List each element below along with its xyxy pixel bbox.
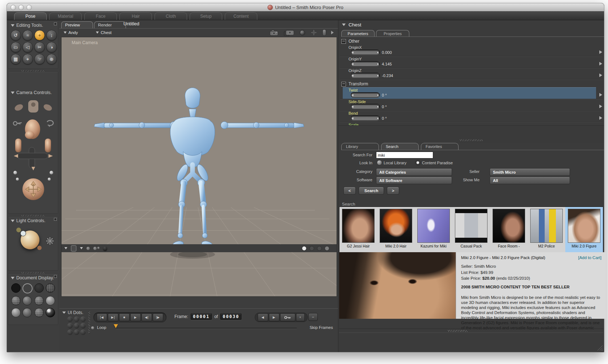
- display-silhouette-icon[interactable]: [11, 283, 21, 293]
- trackball-icon[interactable]: [300, 30, 305, 35]
- collapse-box-icon[interactable]: [341, 39, 346, 44]
- category-dropdown[interactable]: All Categories: [376, 168, 452, 176]
- ui-dot[interactable]: [74, 330, 79, 335]
- display-sketch-icon[interactable]: [46, 308, 55, 317]
- minimize-window-icon[interactable]: [18, 5, 24, 10]
- content-paradise-radio-label[interactable]: Content Paradise: [422, 161, 453, 165]
- result-item[interactable]: G2 Jessi Hair: [339, 207, 377, 253]
- tab-parameters[interactable]: Parameters: [341, 30, 375, 37]
- move-cross-icon[interactable]: [310, 29, 317, 36]
- camera-icon[interactable]: [269, 29, 279, 36]
- document-display-header[interactable]: Document Display.: [8, 274, 58, 280]
- param-dial[interactable]: [351, 50, 380, 55]
- param-value[interactable]: 0 °: [382, 105, 387, 109]
- depth-cue-icon[interactable]: [86, 247, 90, 250]
- ui-dot[interactable]: [80, 330, 86, 335]
- param-menu-arrow-icon[interactable]: [599, 93, 602, 97]
- actor-parameters-header[interactable]: Chest: [342, 22, 361, 27]
- resize-grip[interactable]: [597, 345, 603, 351]
- tab-face[interactable]: Face: [84, 12, 117, 20]
- tab-render[interactable]: Render: [94, 21, 126, 28]
- shadow-toggle-icon[interactable]: [103, 246, 107, 250]
- content-paradise-radio[interactable]: [415, 160, 421, 165]
- page-dot-active[interactable]: [302, 246, 307, 251]
- tab-cloth[interactable]: Cloth: [155, 12, 187, 20]
- tab-setup[interactable]: Setup: [190, 12, 222, 20]
- tab-favorites[interactable]: Favorites: [421, 143, 459, 150]
- display-flat-shaded-icon[interactable]: [22, 296, 32, 305]
- dropdown-triangle-icon[interactable]: [64, 247, 67, 249]
- panel-detach-icon[interactable]: [54, 22, 57, 25]
- next-page-button[interactable]: >: [387, 187, 399, 195]
- tab-hair[interactable]: Hair: [119, 12, 152, 20]
- local-library-radio[interactable]: [377, 160, 382, 165]
- ui-dot[interactable]: [67, 330, 73, 335]
- panel-detach-icon[interactable]: [54, 275, 57, 278]
- editing-tools-header[interactable]: Editing Tools.: [8, 21, 58, 28]
- total-frames-field[interactable]: 00030: [220, 313, 241, 320]
- loop-toggle-icon[interactable]: [91, 326, 94, 329]
- light-dot-icon[interactable]: [37, 246, 42, 250]
- param-value[interactable]: 4.145: [382, 62, 392, 66]
- display-wireframe-icon[interactable]: [34, 283, 44, 293]
- current-frame-field[interactable]: 00001: [191, 313, 212, 320]
- local-library-radio-label[interactable]: Local Library: [384, 161, 406, 165]
- previous-page-button[interactable]: <: [343, 187, 356, 195]
- display-cartoon-icon[interactable]: [46, 296, 55, 305]
- param-menu-arrow-icon[interactable]: [599, 62, 602, 65]
- scrollbar-handle[interactable]: [448, 330, 468, 332]
- param-value[interactable]: 0 °: [382, 93, 387, 97]
- param-dial[interactable]: [351, 61, 380, 67]
- group-other[interactable]: Other: [341, 39, 359, 44]
- tab-library[interactable]: Library: [341, 143, 379, 150]
- param-value[interactable]: 0.000: [382, 50, 392, 55]
- add-frames-button[interactable]: +: [296, 313, 305, 321]
- param-dial[interactable]: [351, 115, 380, 121]
- play-button[interactable]: ▶: [130, 313, 141, 321]
- param-dial[interactable]: [351, 104, 380, 109]
- tab-properties[interactable]: Properties: [376, 30, 409, 37]
- tab-pose[interactable]: Pose: [14, 12, 47, 20]
- group-transform[interactable]: Transform: [341, 81, 368, 86]
- grouping-tool-icon[interactable]: ▦: [10, 54, 21, 64]
- ui-dot[interactable]: [67, 317, 73, 322]
- prev-key-button[interactable]: ◀: [258, 313, 268, 321]
- param-dial[interactable]: [351, 73, 380, 78]
- close-window-icon[interactable]: [10, 5, 16, 10]
- panel-resize-handle[interactable]: [460, 139, 483, 141]
- ui-dot[interactable]: [80, 317, 86, 322]
- display-hidden-line-icon[interactable]: [46, 283, 55, 293]
- direct-manipulation-tool-icon[interactable]: ⊕: [46, 54, 57, 64]
- page-dot[interactable]: [309, 246, 314, 251]
- taper-tool-icon[interactable]: ◁: [22, 42, 33, 52]
- color-tool-icon[interactable]: ◑: [46, 42, 57, 52]
- preview-viewport[interactable]: Main Camera: [61, 37, 337, 297]
- horizontal-scrollbar[interactable]: [339, 329, 603, 333]
- light-controls-header[interactable]: Light Controls.: [8, 217, 58, 223]
- hand-pill-icon[interactable]: [322, 29, 326, 36]
- last-frame-button[interactable]: ▶|: [108, 313, 118, 321]
- translate-pull-tool-icon[interactable]: +: [34, 30, 45, 41]
- display-smooth-shaded-icon[interactable]: [11, 308, 21, 317]
- camera-controls-header[interactable]: Camera Controls.: [8, 72, 58, 95]
- rotate-tool-icon[interactable]: ↺: [10, 30, 21, 41]
- display-lit-wireframe-icon[interactable]: [11, 296, 21, 305]
- panel-detach-icon[interactable]: [54, 218, 57, 221]
- playhead-marker[interactable]: [114, 324, 118, 328]
- step-back-button[interactable]: ◀|: [142, 313, 152, 321]
- camera-dolly-icon[interactable]: [284, 29, 295, 36]
- chain-break-tool-icon[interactable]: ✂: [34, 42, 45, 52]
- scale-tool-icon[interactable]: ▭: [10, 42, 21, 52]
- ui-dot[interactable]: [67, 323, 73, 329]
- display-outline-icon[interactable]: [22, 283, 33, 293]
- tracking-balls-icon[interactable]: [93, 247, 100, 250]
- morphing-tool-icon[interactable]: ☞: [34, 54, 45, 64]
- tab-material[interactable]: Material: [49, 12, 82, 20]
- ui-dot[interactable]: [74, 323, 79, 329]
- light-dot-selected-icon[interactable]: [20, 230, 26, 236]
- display-smooth-lined-icon[interactable]: [22, 308, 32, 317]
- result-item[interactable]: Kazumi for Miki: [415, 207, 452, 253]
- delete-frames-button[interactable]: −: [308, 313, 318, 321]
- param-dial[interactable]: [351, 92, 380, 98]
- result-item[interactable]: Miki 2.0 Hair: [377, 207, 415, 253]
